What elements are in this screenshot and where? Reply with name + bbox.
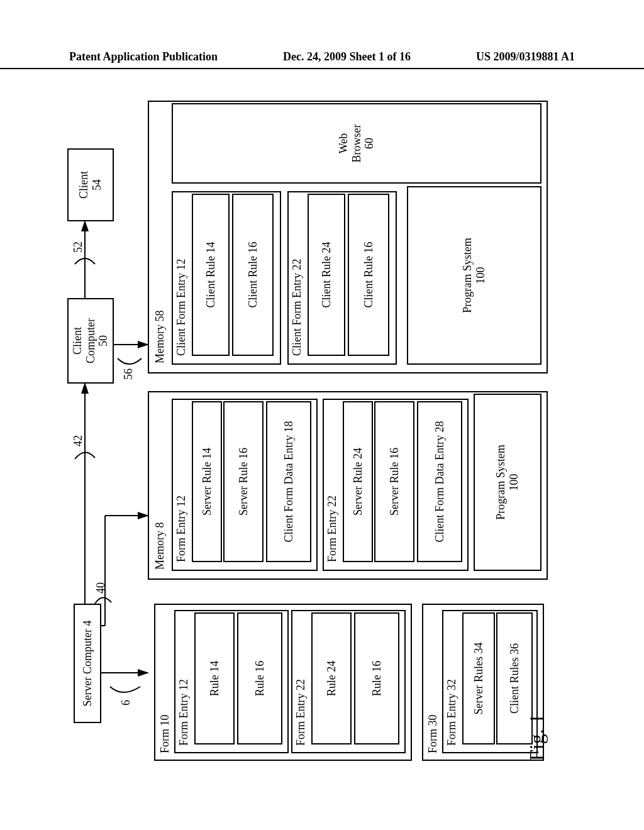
server-rule-16a-label: Server Rule 16 — [237, 448, 250, 516]
cr14-label: Client Rule 14 — [204, 242, 218, 308]
web-browser-box: Web Browser 60 — [172, 103, 541, 184]
server-rule-24-box: Server Rule 24 — [343, 401, 373, 562]
form10-title: Form 10 — [159, 714, 172, 753]
ref-42: 42 — [72, 435, 85, 446]
cfde28-label: Client Form Data Entry 28 — [433, 421, 447, 543]
server-rule-16a-box: Server Rule 16 — [223, 401, 264, 562]
client-rules-36-label: Client Rules 36 — [508, 643, 521, 714]
server-rule-14-box: Server Rule 14 — [192, 401, 222, 562]
cr16b-label: Client Rule 16 — [362, 242, 375, 308]
memory58-container: Memory 58 Client Form Entry 12 Client Ru… — [148, 101, 548, 374]
form30-title: Form 30 — [427, 714, 440, 753]
client-box: Client 54 — [67, 148, 114, 221]
cfe12-container: Client Form Entry 12 Client Rule 14 Clie… — [172, 191, 281, 365]
form10-container: Form 10 Form Entry 12 Rule 14 Rule 16 Fo… — [154, 604, 412, 761]
rule14-box: Rule 14 — [194, 612, 235, 744]
form-entry-22-title: Form Entry 22 — [295, 679, 308, 746]
server-computer-label: Server Computer 4 — [81, 621, 94, 707]
rule24-label: Rule 24 — [325, 661, 338, 697]
srv-form-entry-22-title: Form Entry 22 — [326, 495, 339, 562]
rule16a-label: Rule 16 — [253, 661, 267, 697]
web-browser-label: Web Browser 60 — [337, 124, 376, 163]
form-entry-32-title: Form Entry 32 — [446, 679, 458, 746]
rule16b-box: Rule 16 — [354, 612, 399, 744]
cr24-label: Client Rule 24 — [320, 242, 333, 308]
rule16b-label: Rule 16 — [370, 661, 384, 697]
memory8-container: Memory 8 Form Entry 12 Server Rule 14 Se… — [148, 391, 548, 580]
server-rule-14-label: Server Rule 14 — [201, 448, 214, 516]
srv-form-entry-12-title: Form Entry 12 — [175, 495, 188, 562]
cr24-box: Client Rule 24 — [308, 194, 345, 356]
figure-label: Fig. 1 — [525, 714, 548, 761]
form-entry-32-container: Form Entry 32 Server Rules 34 Client Rul… — [442, 610, 538, 753]
cr16a-label: Client Rule 16 — [247, 242, 260, 308]
cfde18-label: Client Form Data Entry 18 — [282, 421, 296, 543]
rule24-box: Rule 24 — [311, 612, 352, 744]
client-label: Client 54 — [77, 171, 103, 199]
cr16a-box: Client Rule 16 — [232, 194, 274, 356]
server-prog100-label: Program System 100 — [494, 445, 520, 520]
client-prog100-label: Program System 100 — [461, 238, 487, 313]
client-computer-box: Client Computer 50 — [67, 298, 114, 384]
cfde18-box: Client Form Data Entry 18 — [266, 401, 311, 562]
form-entry-22-container: Form Entry 22 Rule 24 Rule 16 — [291, 610, 406, 753]
header-right: US 2009/0319881 A1 — [476, 50, 575, 64]
cr16b-box: Client Rule 16 — [348, 194, 389, 356]
server-rule-16b-box: Server Rule 16 — [374, 401, 414, 562]
server-rule-24-label: Server Rule 24 — [352, 448, 365, 516]
header-mid: Dec. 24, 2009 Sheet 1 of 16 — [283, 50, 411, 64]
server-rule-16b-label: Server Rule 16 — [388, 448, 401, 516]
form-entry-12-title: Form Entry 12 — [178, 679, 191, 746]
header-left: Patent Application Publication — [69, 50, 218, 64]
form-entry-12-container: Form Entry 12 Rule 14 Rule 16 — [174, 610, 289, 753]
rule14-label: Rule 14 — [208, 661, 221, 697]
ref-6: 6 — [120, 700, 133, 706]
client-prog100-box: Program System 100 — [407, 186, 541, 365]
cfe22-title: Client Form Entry 22 — [291, 259, 304, 357]
memory8-title: Memory 8 — [154, 523, 167, 570]
server-prog100-box: Program System 100 — [474, 394, 541, 571]
server-rules-34-label: Server Rules 34 — [472, 643, 486, 715]
srv-form-entry-22-container: Form Entry 22 Server Rule 24 Server Rule… — [323, 399, 469, 571]
ref-52: 52 — [72, 241, 85, 253]
cr14-box: Client Rule 14 — [192, 194, 230, 356]
srv-form-entry-12-container: Form Entry 12 Server Rule 14 Server Rule… — [172, 399, 318, 571]
memory58-title: Memory 58 — [154, 311, 167, 364]
cfe22-container: Client Form Entry 22 Client Rule 24 Clie… — [287, 191, 397, 365]
cfe12-title: Client Form Entry 12 — [175, 259, 188, 357]
server-computer-box: Server Computer 4 — [74, 604, 101, 723]
rule16a-box: Rule 16 — [237, 612, 282, 744]
client-computer-label: Client Computer 50 — [71, 318, 110, 363]
ref-56: 56 — [123, 368, 135, 380]
ref-40: 40 — [95, 582, 108, 594]
cfde28-box: Client Form Data Entry 28 — [417, 401, 462, 562]
server-rules-34-box: Server Rules 34 — [462, 612, 495, 744]
diagram-stage: Server Computer 4 Client Computer 50 Cli… — [72, 107, 563, 748]
